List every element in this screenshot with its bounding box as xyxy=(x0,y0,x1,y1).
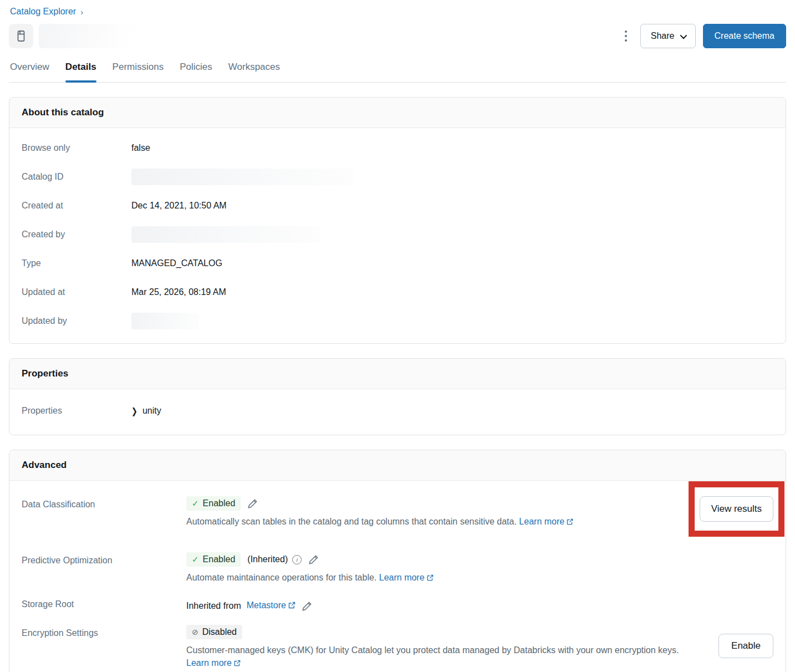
breadcrumb: Catalog Explorer › xyxy=(9,7,786,17)
chevron-down-icon xyxy=(680,32,687,39)
row-label: Created by xyxy=(22,230,131,240)
row-type: Type MANAGED_CATALOG xyxy=(22,249,773,278)
about-card-body: Browse only false Catalog ID Created at … xyxy=(9,128,786,343)
learn-more-link[interactable]: Learn more xyxy=(186,658,232,668)
status-badge-label: Enabled xyxy=(203,498,236,508)
info-icon[interactable]: i xyxy=(292,555,302,564)
status-badge-label: Disabled xyxy=(202,627,237,637)
row-value: MANAGED_CATALOG xyxy=(131,258,222,268)
catalog-icon xyxy=(14,29,28,43)
edit-pencil-icon[interactable] xyxy=(308,554,319,565)
catalog-details-page: Catalog Explorer › Share Create schema O… xyxy=(0,0,795,672)
share-button-label: Share xyxy=(651,31,675,41)
tab-details[interactable]: Details xyxy=(65,62,96,82)
tab-bar: Overview Details Permissions Policies Wo… xyxy=(9,62,786,83)
kebab-menu-icon[interactable] xyxy=(618,27,634,45)
properties-card-body: Properties ❯ unity xyxy=(9,389,786,435)
check-icon: ✓ xyxy=(192,498,199,508)
properties-card: Properties Properties ❯ unity xyxy=(9,358,786,435)
row-created-by: Created by xyxy=(22,220,773,249)
row-label: Updated at xyxy=(22,287,131,297)
redacted-value xyxy=(131,313,199,329)
advanced-card-title: Advanced xyxy=(9,450,786,481)
row-value: false xyxy=(131,143,150,153)
tab-overview[interactable]: Overview xyxy=(10,62,49,82)
row-label: Updated by xyxy=(22,316,131,326)
row-label: Catalog ID xyxy=(22,172,131,182)
row-label: Created at xyxy=(22,201,131,211)
external-link-icon xyxy=(566,516,574,529)
external-link-icon xyxy=(233,658,241,670)
about-card: About this catalog Browse only false Cat… xyxy=(9,97,786,344)
row-description: Automate maintainance operations for thi… xyxy=(186,571,688,585)
redacted-value xyxy=(131,169,353,185)
row-encryption-settings: Encryption Settings ⊘ Disabled Customer-… xyxy=(22,617,773,672)
catalog-icon-box xyxy=(9,24,33,48)
share-button[interactable]: Share xyxy=(640,24,696,48)
breadcrumb-catalog-explorer-link[interactable]: Catalog Explorer xyxy=(10,7,76,17)
expand-chevron-icon[interactable]: ❯ xyxy=(131,406,137,416)
tab-policies[interactable]: Policies xyxy=(180,62,212,82)
view-results-button[interactable]: View results xyxy=(700,496,773,522)
create-schema-button[interactable]: Create schema xyxy=(703,24,787,48)
properties-value: unity xyxy=(142,406,161,416)
row-label: Data Classification xyxy=(22,496,186,510)
about-card-title: About this catalog xyxy=(9,98,786,128)
row-updated-by: Updated by xyxy=(22,307,773,335)
row-updated-at: Updated at Mar 25, 2026, 08:19 AM xyxy=(22,278,773,307)
status-badge-label: Enabled xyxy=(203,554,236,564)
external-link-icon xyxy=(288,601,296,612)
row-storage-root: Storage Root Inherited from Metastore xyxy=(22,593,773,617)
row-catalog-id: Catalog ID xyxy=(22,162,773,191)
tab-workspaces[interactable]: Workspaces xyxy=(228,62,280,82)
storage-root-prefix: Inherited from xyxy=(186,601,241,611)
edit-pencil-icon[interactable] xyxy=(247,498,258,509)
row-label: Encryption Settings xyxy=(22,625,186,638)
row-label: Storage Root xyxy=(22,598,186,609)
advanced-card-body: Data Classification ✓ Enabled xyxy=(9,481,786,672)
status-badge: ⊘ Disabled xyxy=(186,625,242,639)
row-value: Mar 25, 2026, 08:19 AM xyxy=(131,287,226,297)
learn-more-link[interactable]: Learn more xyxy=(379,573,425,582)
highlight-annotation: View results xyxy=(689,481,784,537)
check-icon: ✓ xyxy=(192,554,199,564)
row-created-at: Created at Dec 14, 2021, 10:50 AM xyxy=(22,191,773,220)
row-description: Customer-managed keys (CMK) for Unity Ca… xyxy=(186,644,688,670)
status-badge: ✓ Enabled xyxy=(186,496,241,511)
inherited-label: (Inherited) xyxy=(247,554,288,564)
catalog-name-redacted xyxy=(39,24,135,48)
tab-permissions[interactable]: Permissions xyxy=(113,62,164,82)
row-predictive-optimization: Predictive Optimization ✓ Enabled (Inher… xyxy=(22,544,773,593)
metastore-link[interactable]: Metastore xyxy=(247,600,286,610)
external-link-icon xyxy=(426,572,434,585)
row-label: Properties xyxy=(22,406,131,416)
learn-more-link[interactable]: Learn more xyxy=(519,517,564,526)
row-value: Dec 14, 2021, 10:50 AM xyxy=(131,201,227,211)
row-properties: Properties ❯ unity xyxy=(22,395,773,427)
title-row: Share Create schema xyxy=(9,24,786,48)
status-badge: ✓ Enabled xyxy=(186,552,241,567)
slash-circle-icon: ⊘ xyxy=(192,628,198,637)
row-data-classification: Data Classification ✓ Enabled xyxy=(22,488,773,544)
row-label: Type xyxy=(22,258,131,268)
row-label: Browse only xyxy=(22,143,131,153)
row-browse-only: Browse only false xyxy=(22,134,773,162)
row-description: Automatically scan tables in the catalog… xyxy=(186,515,688,529)
breadcrumb-chevron-icon: › xyxy=(80,8,83,16)
advanced-card: Advanced Data Classification ✓ Enabled xyxy=(9,450,786,672)
row-label: Predictive Optimization xyxy=(22,552,186,566)
enable-button[interactable]: Enable xyxy=(718,634,773,658)
properties-card-title: Properties xyxy=(9,359,786,389)
redacted-value xyxy=(131,226,320,243)
edit-pencil-icon[interactable] xyxy=(302,601,312,612)
